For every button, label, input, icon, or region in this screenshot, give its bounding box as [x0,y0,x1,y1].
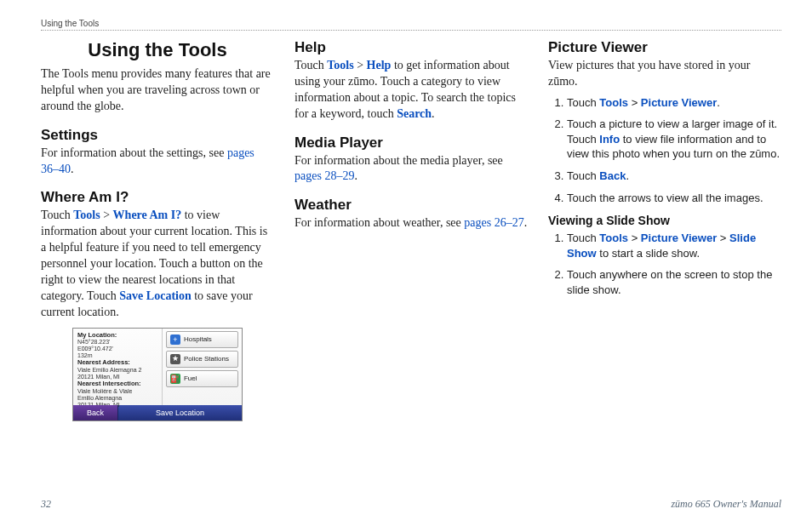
weather-link[interactable]: pages 26–27 [464,216,523,229]
column-1: Using the Tools The Tools menu provides … [41,37,274,421]
settings-text-pre: For information about the settings, see [41,146,227,159]
picture-step-3: Touch Back. [567,169,781,184]
nearest-int-v2: Emilio Alemagna [77,395,157,402]
ps1-pv: Picture Viewer [641,96,717,109]
picture-step-1: Touch Tools > Picture Viewer. [567,95,781,111]
ps1-gt: > [628,96,641,109]
whereami-paragraph: Touch Tools > Where Am I? to view inform… [41,208,274,320]
media-link[interactable]: pages 28–29 [294,169,354,182]
slide-step-1: Touch Tools > Picture Viewer > Slide Sho… [567,231,781,260]
help-gt: > [354,59,367,71]
ps3-b: . [626,169,629,182]
whereami-a: Touch [41,209,73,221]
ps1-a: Touch [567,96,599,109]
slideshow-steps: Touch Tools > Picture Viewer > Slide Sho… [548,231,781,297]
picture-heading: Picture Viewer [548,39,781,56]
page-title: Using the Tools [41,39,274,61]
fuel-button[interactable]: ⛽ Fuel [166,370,238,387]
settings-heading: Settings [41,127,274,144]
manual-title: zūmo 665 Owner's Manual [671,498,781,511]
nearest-int-v1: Viale Molière & Viale [77,388,157,395]
device-body: My Location: N45°28.223' E009°10.472' 13… [73,329,242,405]
header-rule [41,30,781,31]
content-columns: Using the Tools The Tools menu provides … [41,37,781,421]
ss1-gt2: > [717,232,729,244]
police-icon: ★ [170,354,180,364]
my-location-v1: N45°28.223' [77,339,157,346]
device-buttons-pane: + Hospitals ★ Police Stations ⛽ Fuel [163,329,242,405]
picture-steps: Touch Tools > Picture Viewer. Touch a pi… [548,95,781,205]
slide-step-2: Touch anywhere on the screen to stop the… [567,267,781,297]
whereami-gt: > [100,209,113,221]
settings-text: For information about the settings, see … [41,146,274,178]
page-footer: 32 zūmo 665 Owner's Manual [41,498,781,511]
weather-paragraph: For information about weather, see pages… [294,215,528,232]
intro-paragraph: The Tools menu provides many features th… [41,66,274,115]
help-heading: Help [294,39,528,56]
fuel-label: Fuel [184,374,197,382]
settings-text-post: . [71,163,74,175]
hospital-icon: + [170,334,180,345]
picture-intro: View pictures that you have stored in yo… [548,58,781,90]
hospitals-button[interactable]: + Hospitals [166,331,238,348]
help-tools-kw: Tools [327,59,353,71]
media-paragraph: For information about the media player, … [294,153,528,186]
running-head: Using the Tools [41,19,781,28]
hospitals-label: Hospitals [184,335,212,343]
media-a: For information about the media player, … [294,154,503,167]
whereami-whereami-kw: Where Am I? [113,209,182,221]
help-help-kw: Help [367,59,392,71]
whereami-heading: Where Am I? [41,189,274,206]
whereami-tools-kw: Tools [73,209,100,221]
ps2-info: Info [599,133,620,146]
nearest-addr-v1: Viale Emilio Alemagna 2 [77,367,157,374]
page-number: 32 [41,498,51,511]
nearest-int-label: Nearest Intersection: [77,380,157,388]
weather-heading: Weather [294,197,528,214]
picture-step-4: Touch the arrows to view all the images. [567,191,781,206]
whereami-save-kw: Save Location [119,289,191,302]
device-screenshot: My Location: N45°28.223' E009°10.472' 13… [72,328,243,421]
device-footer: Back Save Location [73,405,242,420]
ps3-a: Touch [567,169,599,182]
weather-a: For information about weather, see [294,216,464,229]
picture-step-2: Touch a picture to view a larger image o… [567,117,781,162]
ps1-b: . [717,96,720,109]
help-paragraph: Touch Tools > Help to get information ab… [294,58,528,123]
help-c: . [432,107,435,120]
my-location-v2: E009°10.472' [77,346,157,352]
help-a: Touch [294,59,327,71]
ps3-back: Back [599,169,626,182]
slideshow-heading: Viewing a Slide Show [548,214,781,227]
media-b: . [354,169,357,182]
device-save-button[interactable]: Save Location [118,405,242,420]
police-button[interactable]: ★ Police Stations [166,351,238,368]
device-info-pane: My Location: N45°28.223' E009°10.472' 13… [73,329,163,405]
my-location-label: My Location: [77,332,157,340]
media-heading: Media Player [294,134,528,152]
ss1-a: Touch [567,232,599,244]
fuel-icon: ⛽ [170,374,180,384]
device-back-button[interactable]: Back [73,405,118,420]
weather-b: . [524,216,528,229]
ss1-pv: Picture Viewer [641,232,717,244]
column-3: Picture Viewer View pictures that you ha… [548,37,781,421]
ss1-gt1: > [628,232,641,244]
column-2: Help Touch Tools > Help to get informati… [294,37,528,421]
ss1-tools: Tools [599,232,628,244]
whereami-b: to view information about your current l… [41,209,267,301]
ps1-tools: Tools [599,96,628,109]
police-label: Police Stations [184,356,229,363]
ss1-b: to start a slide show. [597,247,700,260]
help-search-kw: Search [397,107,432,120]
nearest-addr-label: Nearest Address: [77,359,157,367]
